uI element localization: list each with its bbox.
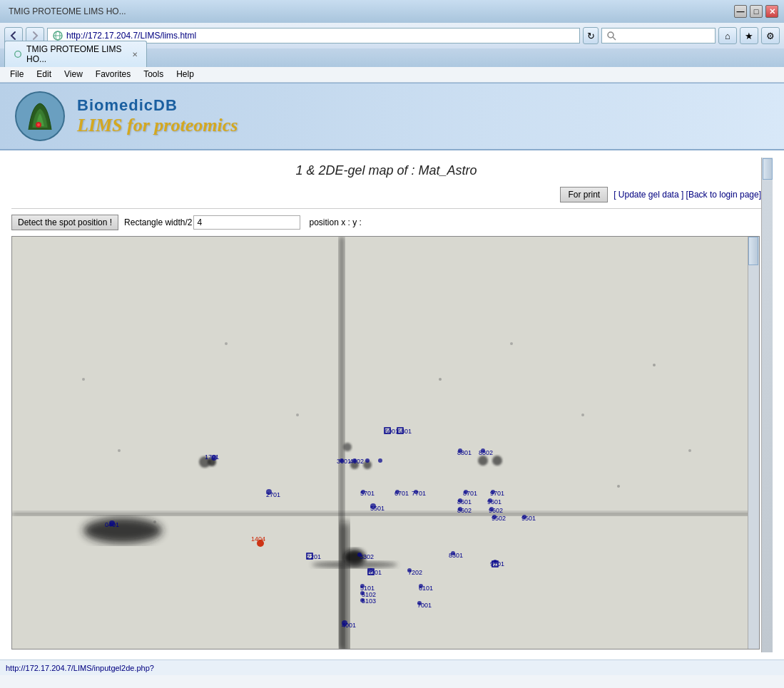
back-login-link[interactable]: [Back to login page] (686, 190, 761, 200)
svg-point-101 (360, 584, 365, 588)
svg-rect-14 (340, 522, 349, 649)
search-bar[interactable] (601, 28, 716, 43)
header-text: BiomedicDB LIMS for proteomics (77, 96, 238, 136)
svg-point-94 (458, 448, 462, 453)
tab-bar: TMIG PROTEOME LIMS HO... ✕ (0, 48, 784, 67)
svg-point-85 (414, 490, 418, 494)
home-button[interactable]: ⌂ (718, 27, 737, 44)
svg-point-79 (352, 458, 357, 463)
menu-tools[interactable]: Tools (138, 68, 169, 81)
page-scrollbar[interactable] (761, 158, 773, 652)
svg-point-87 (491, 490, 495, 494)
svg-point-77 (109, 520, 115, 526)
active-tab[interactable]: TMIG PROTEOME LIMS HO... ✕ (4, 41, 147, 67)
svg-point-86 (464, 490, 468, 494)
svg-point-91 (489, 507, 494, 511)
menu-help[interactable]: Help (170, 68, 200, 81)
close-button[interactable]: ✕ (765, 5, 778, 18)
svg-point-80 (365, 458, 370, 463)
svg-point-33 (118, 449, 121, 452)
svg-point-16 (312, 561, 397, 568)
scroll-thumb[interactable] (748, 237, 758, 265)
svg-point-102 (360, 591, 365, 595)
menu-bar: File Edit View Favorites Tools Help (0, 67, 784, 83)
tab-title: TMIG PROTEOME LIMS HO... (26, 44, 128, 64)
svg-text:3302: 3302 (360, 553, 374, 560)
svg-rect-12 (12, 513, 759, 515)
menu-view[interactable]: View (58, 68, 88, 81)
svg-point-32 (617, 485, 620, 488)
svg-point-20 (343, 443, 352, 451)
status-url: http://172.17.204.7/LIMS/inputgel2de.php… (6, 664, 154, 672)
menu-edit[interactable]: Edit (31, 68, 57, 81)
svg-text:8802: 8802 (479, 449, 493, 456)
svg-point-90 (458, 507, 462, 511)
update-gel-link[interactable]: [ Update gel data ] (614, 190, 683, 200)
svg-point-21 (478, 456, 488, 466)
svg-point-22 (492, 456, 502, 466)
svg-point-92 (492, 515, 497, 519)
svg-point-26 (225, 342, 228, 345)
svg-point-30 (653, 364, 656, 366)
svg-point-8 (37, 123, 40, 126)
gel-container[interactable]: 1701 2701 0401 1404 3601 4802 (11, 236, 760, 650)
favorites-button[interactable]: ★ (740, 27, 758, 44)
svg-point-76 (266, 489, 272, 495)
svg-rect-9 (12, 237, 759, 649)
svg-line-4 (613, 37, 616, 40)
svg-point-28 (581, 414, 584, 416)
page-content: BiomedicDB LIMS for proteomics 1 & 2DE-g… (0, 83, 784, 688)
svg-point-82 (370, 503, 376, 509)
svg-point-96 (451, 551, 455, 555)
svg-point-78 (340, 458, 344, 463)
refresh-button[interactable]: ↻ (583, 27, 599, 44)
gel-svg: 1701 2701 0401 1404 3601 4802 (12, 237, 759, 649)
header-area: BiomedicDB LIMS for proteomics (0, 83, 784, 150)
svg-point-3 (608, 32, 614, 38)
menu-favorites[interactable]: Favorites (90, 68, 136, 81)
svg-text:1404: 1404 (251, 535, 265, 543)
window-title-text: TMIG PROTEOME LIMS HO... (9, 6, 126, 16)
minimize-button[interactable]: — (734, 5, 747, 18)
settings-button[interactable]: ⚙ (761, 27, 780, 44)
rect-width-input[interactable] (193, 215, 300, 230)
maximize-button[interactable]: □ (750, 5, 763, 18)
url-text: http://172.17.204.7/LIMS/lims.html (66, 31, 575, 41)
svg-point-93 (522, 515, 526, 519)
svg-point-88 (458, 498, 462, 503)
svg-point-99 (369, 568, 373, 573)
svg-point-84 (395, 490, 399, 494)
toolbar: For print [ Update gel data ] [Back to l… (11, 184, 761, 205)
svg-point-103 (360, 598, 365, 602)
rect-label: Rectangle width/2 (118, 217, 192, 227)
scroll-track[interactable] (748, 237, 759, 649)
svg-point-35 (296, 414, 299, 416)
svg-point-83 (361, 490, 365, 494)
detect-spot-button[interactable]: Detect the spot position ! (11, 215, 118, 230)
window-title: TMIG PROTEOME LIMS HO... (6, 6, 734, 16)
tab-close-icon[interactable]: ✕ (132, 51, 138, 58)
svg-text:4802: 4802 (350, 458, 364, 465)
controls-area: Detect the spot position ! Rectangle wid… (11, 212, 761, 233)
svg-point-97 (493, 560, 497, 564)
svg-point-89 (488, 498, 492, 503)
svg-point-34 (153, 520, 156, 523)
brand-subtitle: LIMS for proteomics (77, 115, 238, 136)
svg-point-29 (510, 342, 513, 345)
svg-point-5 (15, 51, 21, 58)
svg-point-104 (419, 584, 423, 588)
svg-text:8301: 8301 (449, 552, 463, 559)
svg-point-27 (439, 378, 442, 381)
svg-point-105 (417, 601, 422, 605)
gel-image: 1701 2701 0401 1404 3601 4802 (12, 237, 759, 649)
toolbar-links: [ Update gel data ] [Back to login page] (614, 190, 761, 200)
svg-point-100 (407, 568, 412, 573)
logo (14, 91, 66, 142)
menu-file[interactable]: File (4, 68, 29, 81)
status-bar: http://172.17.204.7/LIMS/inputgel2de.php… (0, 659, 784, 675)
svg-point-10 (83, 518, 162, 543)
for-print-button[interactable]: For print (560, 187, 608, 202)
page-title: 1 & 2DE-gel map of : Mat_Astro (11, 158, 761, 184)
position-label: position x : y : (300, 217, 361, 227)
page-scroll-thumb[interactable] (763, 158, 773, 180)
